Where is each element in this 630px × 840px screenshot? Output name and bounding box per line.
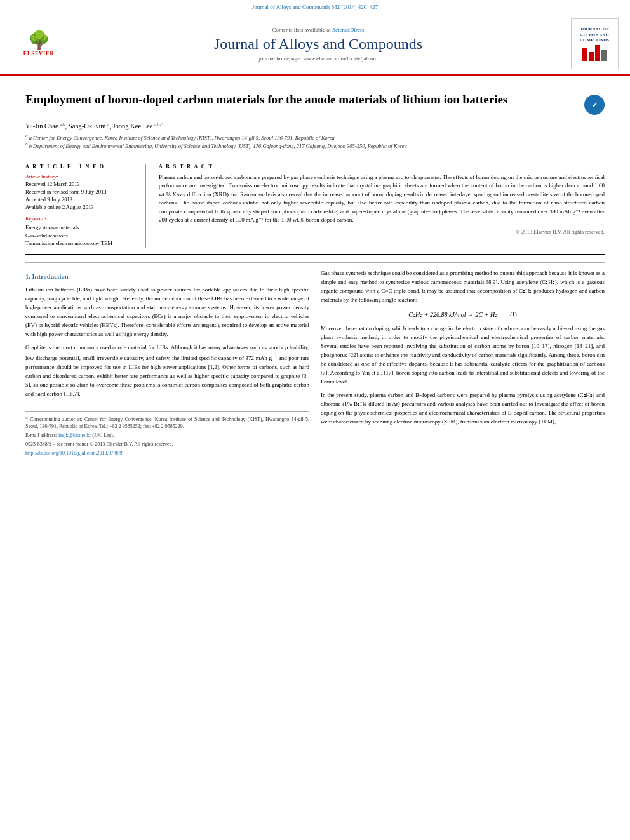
elsevier-logo: 🌳 ELSEVIER	[13, 25, 64, 63]
bar-4	[601, 50, 607, 61]
footnote-doi: http://dx.doi.org/10.1016/j.jallcom.2013…	[25, 450, 309, 457]
footnote-section: * Corresponding author at: Center for En…	[25, 411, 309, 457]
sciencedirect-line: Contents lists available at ScienceDirec…	[272, 27, 365, 33]
article-title: Employment of boron-doped carbon materia…	[25, 92, 578, 108]
copyright: © 2013 Elsevier B.V. All rights reserved…	[159, 229, 605, 235]
available-date: Available online 2 August 2013	[25, 204, 137, 210]
keyword-3: Transmission electron microscopy TEM	[25, 239, 137, 248]
article-info: A R T I C L E I N F O Article history: R…	[25, 164, 146, 248]
equation-number: (1)	[510, 310, 517, 319]
bar-3	[595, 45, 600, 61]
abstract-text: Plasma carbon and boron-doped carbons ar…	[159, 173, 605, 225]
journal-homepage: journal homepage: www.elsevier.com/locat…	[259, 55, 378, 62]
right-column: Gas phase synthesis technique could be c…	[321, 269, 605, 458]
affiliation-a: a a Center for Energy Convergence, Korea…	[25, 133, 605, 142]
journal-reference-bar: Journal of Alloys and Compounds 582 (201…	[0, 0, 630, 13]
info-abstract-section: A R T I C L E I N F O Article history: R…	[25, 157, 605, 255]
keywords-label: Keywords:	[25, 215, 137, 222]
footnote-issn: 0925-8388/$ – see front matter © 2013 El…	[25, 441, 309, 448]
sciencedirect-link[interactable]: ScienceDirect	[332, 27, 364, 33]
tree-icon: 🌳	[28, 32, 50, 50]
affiliations: a a Center for Energy Convergence, Korea…	[25, 133, 605, 150]
intro-para-1: Lithium-ion batteries (LIBs) have been w…	[25, 286, 309, 339]
right-para-3: In the present study, plasma carbon and …	[321, 391, 605, 427]
revised-date: Received in revised form 9 July 2013	[25, 189, 137, 195]
elsevier-text: ELSEVIER	[23, 51, 54, 57]
article-title-section: Employment of boron-doped carbon materia…	[25, 83, 605, 121]
journal-header: 🌳 ELSEVIER Contents lists available at S…	[0, 13, 630, 76]
body-content: 1. Introduction Lithium-ion batteries (L…	[25, 269, 605, 458]
authors-section: Yu-Jin Chae a,b, Sang-Ok Kim a, Joong Ke…	[25, 121, 605, 130]
abstract-section: A B S T R A C T Plasma carbon and boron-…	[159, 164, 605, 248]
main-content: Employment of boron-doped carbon materia…	[0, 76, 630, 467]
article-info-heading: A R T I C L E I N F O	[25, 164, 137, 170]
history-label: Article history:	[25, 173, 137, 180]
received-date: Received 12 March 2013	[25, 181, 137, 187]
accepted-date: Accepted 9 July 2013	[25, 196, 137, 203]
right-logo-area: JOURNAL OF ALLOYS AND COMPOUNDS	[569, 18, 620, 69]
logo-bars	[582, 45, 607, 61]
right-para-2: Moreover, heteroatom doping, which leads…	[321, 324, 605, 387]
right-para-1: Gas phase synthesis technique could be c…	[321, 269, 605, 305]
authors-text: Yu-Jin Chae a,b, Sang-Ok Kim a, Joong Ke…	[25, 123, 163, 130]
bar-1	[582, 48, 587, 61]
equation-text: C₂H₂ + 226.88 kJ/mol → 2C + H₂	[408, 310, 497, 320]
journal-title: Journal of Alloys and Compounds	[214, 36, 422, 53]
crossmark-badge: ✓	[584, 95, 605, 115]
homepage-text: journal homepage: www.elsevier.com/locat…	[259, 55, 378, 62]
footnote-email: E-mail address: leejk@kist.re.kr (J.K. L…	[25, 432, 309, 439]
elsevier-logo-area: 🌳 ELSEVIER	[10, 18, 67, 69]
section-divider	[25, 262, 605, 263]
contents-list-text: Contents lists available at	[272, 27, 331, 33]
doi-link[interactable]: http://dx.doi.org/10.1016/j.jallcom.2013…	[25, 450, 123, 456]
intro-para-2: Graphite is the most commonly used anode…	[25, 343, 309, 399]
left-column: 1. Introduction Lithium-ion batteries (L…	[25, 269, 309, 458]
abstract-heading: A B S T R A C T	[159, 164, 605, 170]
bar-2	[589, 52, 594, 61]
right-logo-title: JOURNAL OF ALLOYS AND COMPOUNDS	[572, 27, 618, 43]
keyword-1: Energy storage materials	[25, 223, 137, 232]
journal-ref-text: Journal of Alloys and Compounds 582 (201…	[252, 4, 379, 10]
affiliation-b: b b Department of Energy and Environment…	[25, 142, 605, 150]
keyword-2: Gas–solid reactions	[25, 232, 137, 240]
email-link[interactable]: leejk@kist.re.kr	[58, 432, 91, 438]
header-center: Contents lists available at ScienceDirec…	[75, 18, 561, 69]
introduction-heading: 1. Introduction	[25, 272, 309, 282]
footnote-corresponding: * Corresponding author at: Center for En…	[25, 416, 309, 430]
equation-1: C₂H₂ + 226.88 kJ/mol → 2C + H₂ (1)	[321, 310, 605, 320]
right-journal-logo: JOURNAL OF ALLOYS AND COMPOUNDS	[571, 18, 619, 69]
